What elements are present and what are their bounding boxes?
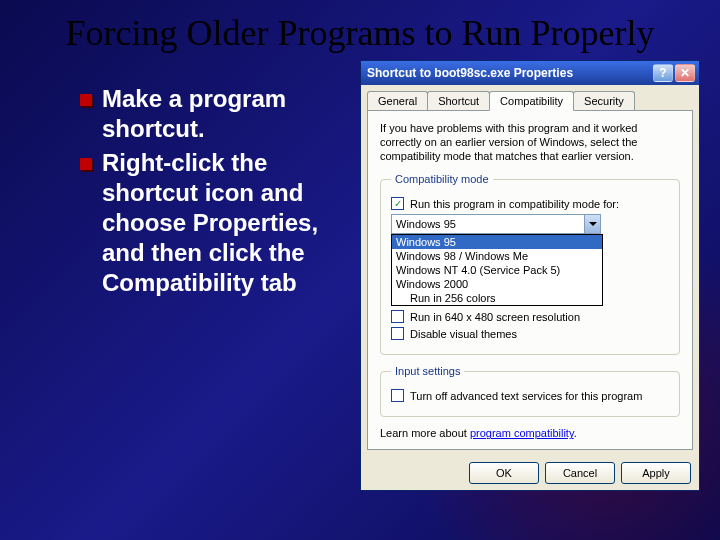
tab-security[interactable]: Security [573,91,635,110]
text-services-checkbox[interactable] [391,389,404,402]
compat-mode-selected: Windows 95 [396,218,456,230]
chevron-down-icon[interactable] [584,215,600,233]
dialog-titlebar[interactable]: Shortcut to boot98sc.exe Properties ? ✕ [361,61,699,85]
dropdown-option[interactable]: Windows 98 / Windows Me [392,249,602,263]
panel-description: If you have problems with this program a… [380,121,680,164]
dropdown-extra: Run in 256 colors [392,291,602,305]
bullet-list: Make a program shortcut. Right-click the… [40,84,350,468]
resolution-checkbox[interactable] [391,310,404,323]
input-settings-group: Input settings Turn off advanced text se… [380,365,680,417]
themes-checkbox[interactable] [391,327,404,340]
compat-mode-legend: Compatibility mode [391,173,493,185]
dropdown-option[interactable]: Windows NT 4.0 (Service Pack 5) [392,263,602,277]
dialog-buttons: OK Cancel Apply [361,456,699,490]
close-button[interactable]: ✕ [675,64,695,82]
dropdown-option[interactable]: Windows 95 [392,235,602,249]
compat-mode-label: Run this program in compatibility mode f… [410,198,619,210]
compat-mode-checkbox[interactable] [391,197,404,210]
bullet-item: Right-click the shortcut icon and choose… [80,148,350,298]
bullet-item: Make a program shortcut. [80,84,350,144]
ok-button[interactable]: OK [469,462,539,484]
learn-more-text: Learn more about [380,427,470,439]
tab-general[interactable]: General [367,91,428,110]
cancel-button[interactable]: Cancel [545,462,615,484]
apply-button[interactable]: Apply [621,462,691,484]
program-compatibility-link[interactable]: program compatibility [470,427,574,439]
compat-mode-dropdown: Windows 95 Windows 98 / Windows Me Windo… [391,234,603,306]
themes-label: Disable visual themes [410,328,517,340]
dialog-title: Shortcut to boot98sc.exe Properties [367,66,651,80]
tab-shortcut[interactable]: Shortcut [427,91,490,110]
slide-title: Forcing Older Programs to Run Properly [0,0,720,60]
help-button[interactable]: ? [653,64,673,82]
resolution-label: Run in 640 x 480 screen resolution [410,311,580,323]
compat-mode-group: Compatibility mode Run this program in c… [380,173,680,355]
input-settings-legend: Input settings [391,365,464,377]
dropdown-option[interactable]: Windows 2000 [392,277,602,291]
compat-mode-combobox[interactable]: Windows 95 Windows 95 Windows 98 / Windo… [391,214,601,234]
properties-dialog: Shortcut to boot98sc.exe Properties ? ✕ … [360,60,700,492]
tab-compatibility[interactable]: Compatibility [489,91,574,111]
text-services-label: Turn off advanced text services for this… [410,390,642,402]
tab-panel: If you have problems with this program a… [367,110,693,451]
tabs: General Shortcut Compatibility Security [361,85,699,110]
learn-more: Learn more about program compatibility. [380,427,680,439]
